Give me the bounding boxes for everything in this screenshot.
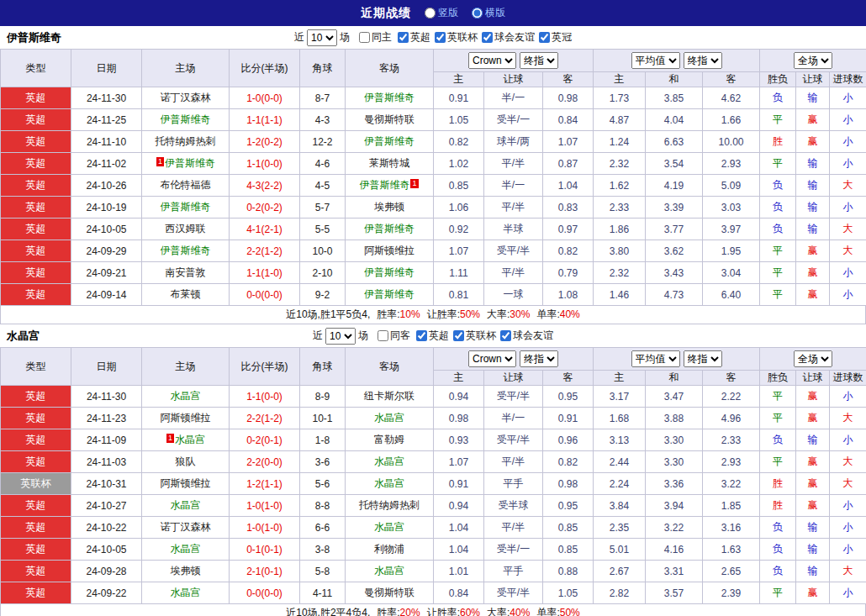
match-row: 英超24-11-30水晶宫1-1(0-0)8-9纽卡斯尔联0.94受平/半0.9… xyxy=(1,386,866,408)
away-team-name: 伊普斯维奇 xyxy=(359,179,409,191)
home-team-cell: 西汉姆联 xyxy=(142,218,230,240)
corner-count: 1-8 xyxy=(300,429,346,451)
away-team-cell: 富勒姆 xyxy=(346,429,434,451)
league-badge: 英超 xyxy=(1,451,71,473)
near-label: 近 xyxy=(313,329,323,343)
match-row: 英超24-10-19伊普斯维奇0-2(0-2)5-7埃弗顿1.06平/半0.83… xyxy=(1,197,866,218)
result-outcome: 负 xyxy=(760,175,796,197)
odds-home: 0.84 xyxy=(434,582,484,604)
league-badge: 英超 xyxy=(1,561,71,582)
league-filter[interactable]: 球会友谊 xyxy=(500,329,553,343)
result-goals: 大 xyxy=(830,473,866,495)
layout-radio-horizontal-input[interactable] xyxy=(472,8,483,18)
avg-stage-select[interactable]: 终指 xyxy=(684,52,722,69)
match-count-select[interactable]: 10 xyxy=(325,328,356,345)
avg-stage-select[interactable]: 终指 xyxy=(684,350,722,367)
result-handicap: 输 xyxy=(796,153,830,175)
summary-stat: 单率:40% xyxy=(536,308,579,320)
result-outcome: 平 xyxy=(760,451,796,473)
odds-stage-select[interactable]: 终指 xyxy=(520,350,558,367)
same-venue-checkbox[interactable] xyxy=(378,330,388,341)
odds-away: 0.98 xyxy=(543,473,594,495)
away-team-cell: 曼彻斯特联 xyxy=(346,109,434,131)
avg-away: 3.16 xyxy=(703,517,760,539)
team-name: 水晶宫 xyxy=(7,329,40,344)
topbar: 近期战绩 竖版 横版 xyxy=(0,0,866,26)
avg-home: 1.24 xyxy=(594,131,646,153)
corner-count: 8-8 xyxy=(300,495,346,517)
league-filter-checkbox[interactable] xyxy=(453,330,464,341)
scope-select[interactable]: 全场 xyxy=(794,52,832,69)
bookmaker-select[interactable]: Crown xyxy=(468,52,516,69)
matches-table: 类型 日期 主场 比分(半场) 角球 客场 Crown 终指 平均值 终指 xyxy=(0,49,866,306)
avg-home: 2.32 xyxy=(594,262,646,284)
same-venue-filter[interactable]: 同客 xyxy=(378,329,410,343)
summary-stat: 让胜率:50% xyxy=(427,308,480,320)
away-team-cell: 水晶宫 xyxy=(346,561,434,582)
home-team-cell: 狼队 xyxy=(142,451,230,473)
odds-home: 0.91 xyxy=(434,87,484,109)
summary-stat: 单率:50% xyxy=(536,607,579,616)
same-venue-checkbox[interactable] xyxy=(359,32,370,43)
subcol-handicap-result: 让球 xyxy=(796,72,830,87)
avg-away: 5.09 xyxy=(703,175,760,197)
average-select[interactable]: 平均值 xyxy=(631,52,680,69)
league-filter[interactable]: 英联杯 xyxy=(453,329,496,343)
league-filter[interactable]: 英超 xyxy=(416,329,449,343)
average-select[interactable]: 平均值 xyxy=(631,350,680,367)
away-team-cell: 伊普斯维奇 xyxy=(346,87,434,109)
league-filter-checkbox[interactable] xyxy=(435,32,446,43)
league-filter[interactable]: 英超 xyxy=(398,30,430,45)
subcol-avg-away: 客 xyxy=(703,371,760,386)
score: 1-1(1-0) xyxy=(230,262,300,284)
league-filter-checkbox[interactable] xyxy=(416,330,427,341)
away-team-name: 曼彻斯特联 xyxy=(364,587,415,598)
result-outcome: 负 xyxy=(760,539,796,561)
odds-away: 0.91 xyxy=(543,408,594,429)
away-team-name: 伊普斯维奇 xyxy=(364,266,415,278)
fulltime-group: 全场 xyxy=(760,348,866,371)
league-filter-label: 英联杯 xyxy=(466,329,496,343)
league-filter-checkbox[interactable] xyxy=(398,32,409,43)
league-filter[interactable]: 英联杯 xyxy=(435,30,478,45)
home-team-cell: 阿斯顿维拉 xyxy=(142,473,230,495)
result-outcome: 胜 xyxy=(760,131,796,153)
away-team-name: 伊普斯维奇 xyxy=(364,223,415,234)
col-corner: 角球 xyxy=(300,348,346,386)
corner-count: 8-9 xyxy=(300,386,346,408)
scope-select[interactable]: 全场 xyxy=(794,350,832,367)
result-handicap: 赢 xyxy=(796,386,830,408)
matches-table: 类型 日期 主场 比分(半场) 角球 客场 Crown 终指 平均值 终指 xyxy=(0,347,866,604)
away-team-name: 利物浦 xyxy=(374,543,404,555)
layout-radio-horizontal[interactable]: 横版 xyxy=(472,6,505,20)
filter-bar: 近 10 场 同客 英超英联杯球会友谊 xyxy=(313,328,553,345)
odds-stage-select[interactable]: 终指 xyxy=(520,52,558,69)
league-badge: 英超 xyxy=(1,153,71,175)
league-filter-checkbox[interactable] xyxy=(482,32,493,43)
odds-home: 1.02 xyxy=(434,153,484,175)
match-row: 英超24-10-05水晶宫0-1(0-1)3-8利物浦1.04受半/一0.855… xyxy=(1,539,866,561)
same-venue-filter[interactable]: 同主 xyxy=(359,30,392,45)
home-team-name: 水晶宫 xyxy=(171,587,201,598)
league-badge: 英超 xyxy=(1,429,71,451)
league-filter[interactable]: 英冠 xyxy=(539,30,572,45)
summary-stat-value: 30% xyxy=(510,308,530,320)
odds-handicap: 半/一 xyxy=(484,408,543,429)
avg-away: 3.03 xyxy=(703,197,760,218)
odds-home: 1.06 xyxy=(434,197,484,218)
odds-away: 0.97 xyxy=(543,218,594,240)
col-home: 主场 xyxy=(142,348,230,386)
league-filter[interactable]: 球会友谊 xyxy=(482,30,535,45)
bookmaker-select[interactable]: Crown xyxy=(468,350,516,367)
corner-count: 3-8 xyxy=(300,539,346,561)
league-badge: 英超 xyxy=(1,218,71,240)
league-filter-checkbox[interactable] xyxy=(539,32,550,43)
league-filter-checkbox[interactable] xyxy=(500,330,511,341)
odds-handicap: 半/一 xyxy=(484,175,543,197)
match-date: 24-09-22 xyxy=(71,582,142,604)
avg-home: 4.87 xyxy=(594,109,646,131)
layout-radio-vertical[interactable]: 竖版 xyxy=(425,6,458,20)
match-count-select[interactable]: 10 xyxy=(307,29,337,46)
layout-radio-vertical-input[interactable] xyxy=(425,8,436,18)
corner-count: 9-2 xyxy=(300,284,346,306)
